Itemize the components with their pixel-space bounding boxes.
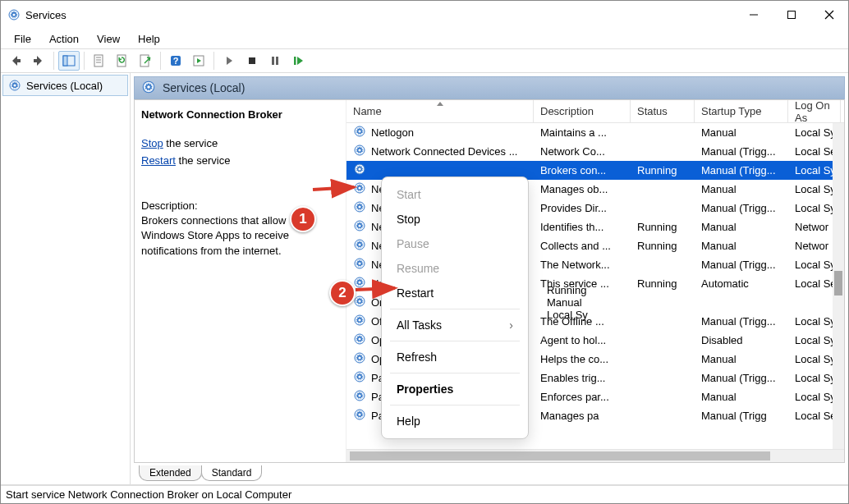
svg-rect-3: [788, 11, 796, 19]
window-controls: [735, 1, 848, 29]
title-bar: Services: [1, 1, 848, 29]
svg-rect-19: [276, 57, 278, 65]
refresh-button[interactable]: [112, 51, 133, 71]
service-startup: Manual: [695, 221, 788, 233]
toolbar-separator: [53, 52, 54, 70]
gear-icon: [353, 257, 366, 273]
minimize-button[interactable]: [735, 1, 773, 29]
vertical-scrollbar[interactable]: [833, 123, 844, 449]
tab-standard[interactable]: Standard: [201, 465, 263, 481]
service-status: Running: [631, 164, 695, 176]
ctx-properties[interactable]: Properties: [382, 377, 528, 401]
gear-icon: [353, 389, 366, 405]
service-startup: Manual (Trigg...: [695, 315, 788, 328]
status-text: Start service Network Connection Broker …: [6, 488, 291, 501]
column-name[interactable]: Name: [346, 100, 534, 122]
service-desc: Brokers con...: [534, 164, 631, 176]
stop-suffix: the service: [163, 137, 218, 149]
gear-icon: [353, 332, 366, 348]
close-button[interactable]: [810, 1, 848, 29]
tree-services-local[interactable]: Services (Local): [2, 75, 128, 96]
service-desc: Manages pa: [534, 410, 631, 422]
stop-service-button[interactable]: [241, 51, 263, 71]
tree-pane: Services (Local): [1, 73, 131, 484]
column-startup[interactable]: Startup Type: [695, 100, 788, 122]
ctx-separator: [390, 405, 520, 405]
ctx-stop[interactable]: Stop: [382, 207, 528, 231]
service-desc: Enforces par...: [534, 391, 631, 403]
svg-rect-8: [94, 55, 103, 66]
service-startup: Manual: [540, 296, 631, 309]
tab-extended[interactable]: Extended: [139, 465, 202, 481]
service-startup: Manual (Trigg: [695, 410, 788, 422]
scroll-thumb[interactable]: [834, 271, 842, 296]
column-status[interactable]: Status: [631, 100, 695, 122]
service-desc: Helps the co...: [534, 353, 631, 365]
back-button[interactable]: [5, 51, 26, 71]
context-menu: Start Stop Pause Resume Restart All Task…: [381, 176, 529, 439]
stop-service-link[interactable]: Stop: [141, 137, 163, 149]
toolbar-separator: [84, 52, 85, 70]
ctx-restart[interactable]: Restart: [382, 281, 528, 305]
restart-service-link[interactable]: Restart: [141, 154, 176, 167]
service-status: Running: [631, 221, 695, 233]
ctx-refresh[interactable]: Refresh: [382, 345, 528, 369]
properties-button[interactable]: [89, 51, 110, 71]
export-list-button[interactable]: [135, 51, 156, 71]
gear-icon: [353, 351, 366, 367]
ctx-help[interactable]: Help: [382, 409, 528, 433]
column-logon[interactable]: Log On As: [788, 100, 841, 122]
gear-icon: [353, 276, 366, 291]
menu-view[interactable]: View: [89, 30, 128, 48]
gear-icon: [353, 200, 366, 216]
service-startup: Manual (Trigg...: [695, 372, 788, 384]
horizontal-scrollbar[interactable]: [346, 449, 844, 462]
gear-icon: [353, 181, 366, 197]
service-desc: Agent to hol...: [534, 334, 631, 346]
maximize-button[interactable]: [773, 1, 810, 29]
gear-icon: [141, 80, 156, 97]
gear-icon: [353, 219, 366, 235]
gear-icon: [353, 125, 366, 140]
service-desc: Enables trig...: [534, 372, 631, 384]
scroll-thumb[interactable]: [350, 451, 770, 460]
service-row[interactable]: NetlogonMaintains a ...ManualLocal Sy: [346, 123, 844, 142]
service-startup: Manual: [695, 353, 788, 365]
service-desc: Manages ob...: [534, 183, 631, 195]
service-name: Netlogon: [371, 126, 414, 139]
selected-service-name: Network Connection Broker: [141, 108, 336, 121]
toolbar-separator: [160, 52, 161, 70]
ctx-all-tasks[interactable]: All Tasks: [382, 313, 528, 337]
start-service-button[interactable]: [218, 51, 240, 71]
service-desc: The Offline ...: [534, 315, 631, 328]
ctx-resume: Resume: [382, 256, 528, 281]
toolbar-separator: [213, 52, 214, 70]
help-button[interactable]: ?: [165, 51, 186, 71]
service-row[interactable]: Network Connected Devices ...Network Co.…: [346, 142, 844, 161]
service-desc: Provides Dir...: [534, 202, 631, 214]
menu-file[interactable]: File: [6, 30, 39, 48]
ctx-pause: Pause: [382, 231, 528, 256]
action-button[interactable]: [188, 51, 209, 71]
column-description[interactable]: Description: [534, 100, 631, 122]
menu-help[interactable]: Help: [130, 30, 168, 48]
panel-header: Services (Local): [134, 76, 845, 99]
service-desc: Maintains a ...: [534, 126, 631, 139]
app-icon: [7, 8, 21, 21]
service-startup: Manual (Trigg...: [695, 202, 788, 214]
pause-service-button[interactable]: [264, 51, 286, 71]
ctx-separator: [390, 341, 520, 341]
service-desc: The Network...: [534, 259, 631, 271]
show-hide-tree-button[interactable]: [58, 51, 80, 71]
menu-bar: File Action View Help: [1, 29, 848, 48]
menu-action[interactable]: Action: [41, 30, 87, 48]
service-startup: Manual (Trigg...: [695, 145, 788, 158]
gear-icon: [353, 314, 366, 329]
svg-rect-17: [249, 57, 255, 64]
service-desc: Identifies th...: [534, 221, 631, 233]
restart-service-button[interactable]: [287, 51, 309, 71]
svg-text:?: ?: [173, 56, 179, 66]
forward-button[interactable]: [28, 51, 49, 71]
service-startup: Manual (Trigg...: [695, 164, 788, 176]
svg-rect-18: [272, 57, 274, 65]
